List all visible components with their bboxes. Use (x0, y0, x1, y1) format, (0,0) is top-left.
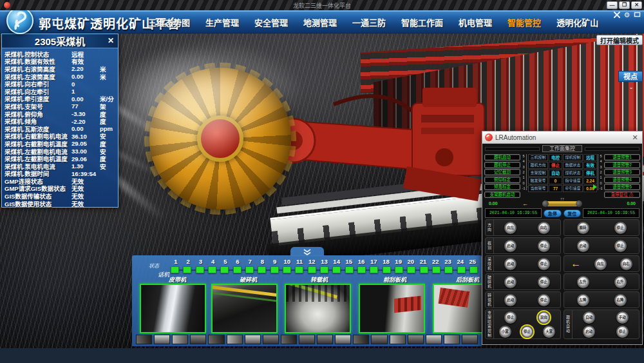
automation-function-button[interactable]: 急停复位 ⚠ (604, 191, 640, 198)
filmstrip-thumb[interactable] (353, 335, 369, 344)
control-button[interactable]: 停止 (538, 258, 550, 270)
filmstrip-thumb[interactable] (208, 335, 224, 344)
control-button[interactable]: 大雾 (543, 326, 555, 338)
control-button[interactable]: 向左 (594, 258, 607, 270)
control-button[interactable]: 向左 (504, 222, 516, 234)
tools-icon[interactable] (612, 11, 621, 19)
automation-function-button[interactable]: 语音预警2 (604, 162, 640, 168)
control-group: 采煤机启动停止 (485, 255, 561, 272)
control-button[interactable]: 启动 (504, 240, 516, 252)
filmstrip-thumb[interactable] (172, 335, 188, 344)
automation-function-button[interactable]: 俯仰标定 (484, 177, 520, 183)
estop-button[interactable]: 急停 (544, 210, 562, 217)
nav-item-7[interactable]: 机电管理 (459, 16, 492, 28)
close-button[interactable]: ✕ (631, 1, 642, 9)
control-button[interactable]: 启动 (504, 258, 516, 270)
camera-thumb-2[interactable] (211, 284, 278, 333)
control-button[interactable]: 启动 (504, 294, 516, 306)
nav-item-9[interactable]: 透明化矿山 (556, 16, 598, 28)
filmstrip-thumb[interactable] (408, 335, 424, 344)
nav-item-1[interactable]: 三维态势图 (148, 16, 190, 28)
reset-button[interactable]: 复位 (564, 210, 582, 217)
control-button[interactable]: 左降 (577, 294, 589, 306)
control-button[interactable]: 自动 (583, 311, 595, 324)
nav-item-6[interactable]: 智能工作面 (401, 16, 443, 28)
filmstrip-thumb[interactable] (245, 335, 261, 344)
control-button[interactable]: 右升 (614, 276, 627, 288)
panel-close-icon[interactable]: ✕ (106, 36, 116, 46)
automation-function-button[interactable]: 跟机启动 (484, 154, 520, 161)
control-button[interactable]: 双向 (538, 311, 550, 324)
nav-item-5[interactable]: 一通三防 (352, 16, 386, 28)
control-button[interactable]: 小雾 (499, 326, 511, 338)
minimize-button[interactable]: — (607, 1, 618, 9)
gear-icon[interactable]: ⚙ (623, 11, 631, 19)
control-button[interactable]: 停止 (538, 276, 550, 288)
viewpoint-button[interactable]: 视点 (618, 71, 643, 82)
filmstrip-thumb[interactable] (371, 335, 387, 344)
control-button[interactable]: 左升 (577, 276, 589, 288)
control-button[interactable]: 启动 (504, 276, 516, 288)
dock-collapse-tab[interactable] (290, 247, 324, 256)
nav-item-2[interactable]: 生产管理 (205, 16, 239, 28)
filmstrip-thumb[interactable] (317, 335, 333, 344)
filmstrip-thumb[interactable] (154, 335, 170, 344)
app-header: 郭屯煤矿透明化矿山平台 三维态势图生产管理安全管理地测管理一通三防智能工作面机电… (0, 10, 644, 34)
param-label: GIS数据使用状态 (5, 199, 71, 208)
control-button[interactable]: 停止 (521, 326, 533, 338)
control-button[interactable]: 顺转 (577, 222, 589, 234)
automation-function-button[interactable]: 倾角标定 (484, 184, 520, 190)
viewpoint-chevron-icon[interactable]: ⌄ (629, 84, 634, 90)
filmstrip-thumb[interactable] (281, 335, 297, 344)
camera-thumb-5[interactable] (433, 284, 482, 333)
filmstrip-thumb[interactable] (190, 335, 206, 344)
camera-thumb-1[interactable] (140, 284, 206, 333)
camera-thumb-3[interactable] (285, 284, 351, 333)
nav-item-3[interactable]: 安全管理 (254, 16, 288, 28)
automation-function-button[interactable]: 语音预警3 (604, 169, 640, 175)
filmstrip-thumb[interactable] (227, 335, 243, 344)
filmstrip-thumb[interactable] (263, 335, 279, 344)
automation-function-button[interactable]: 记忆截割 (484, 169, 520, 175)
control-button[interactable]: 启动 (583, 326, 595, 338)
lrautomation-titlebar[interactable]: LRAutomation ✕ (482, 132, 642, 144)
automation-function-button[interactable]: 支架跟机启动 (484, 191, 520, 198)
open-edit-mode-button[interactable]: 打开编辑模式 (596, 35, 643, 45)
control-group: 启动停止 (564, 237, 639, 254)
automation-function-button[interactable]: 语音预警5 (604, 184, 640, 190)
automation-function-button[interactable]: 语音预警1 (604, 154, 640, 161)
control-button[interactable]: 向右 (538, 222, 550, 234)
filmstrip-thumb[interactable] (444, 335, 460, 344)
status-key: 牵引速度 (563, 185, 583, 192)
scale-tick: 1 (521, 175, 526, 179)
control-button[interactable]: 向右 (620, 258, 632, 270)
automation-function-button[interactable]: 语音预警4 (604, 177, 640, 183)
filmstrip-thumb[interactable] (462, 335, 478, 344)
filmstrip-thumb[interactable] (390, 335, 406, 344)
automation-function-button[interactable]: 跟机停止 (484, 162, 520, 168)
control-button[interactable]: 停止 (538, 240, 550, 252)
control-button[interactable]: 启动 (577, 240, 589, 252)
maximize-button[interactable]: ❐ (619, 1, 630, 9)
nav-item-4[interactable]: 地测管理 (303, 16, 337, 28)
filmstrip-thumb[interactable] (335, 335, 351, 344)
control-button[interactable]: 停止 (538, 294, 550, 306)
camera-thumb-4[interactable] (359, 284, 425, 333)
filmstrip-thumb[interactable] (426, 335, 442, 344)
control-button[interactable]: 停止 (614, 222, 627, 234)
workface-control-tab[interactable]: 工作面集控 (542, 145, 582, 152)
shearer-position-slider[interactable]: 0.00 77 ← 0.00 (486, 200, 638, 208)
control-button[interactable]: 停止 (614, 240, 627, 252)
lrautomation-close-icon[interactable]: ✕ (630, 133, 639, 142)
channel-status-square (320, 266, 328, 273)
filmstrip-thumb[interactable] (299, 335, 315, 344)
control-button[interactable]: 右降 (614, 294, 627, 306)
control-button[interactable]: 停止 (504, 311, 516, 324)
nav-item-8[interactable]: 智能管控 (507, 16, 541, 28)
status-row: 三机控制电控煤机控制远程 (528, 154, 598, 161)
filmstrip-thumb[interactable] (136, 335, 152, 344)
window-mode-icon[interactable] (633, 11, 641, 19)
param-value: 无效 (71, 199, 100, 208)
control-button[interactable]: 停止 (616, 326, 629, 338)
control-button[interactable]: 手动 (616, 311, 629, 324)
